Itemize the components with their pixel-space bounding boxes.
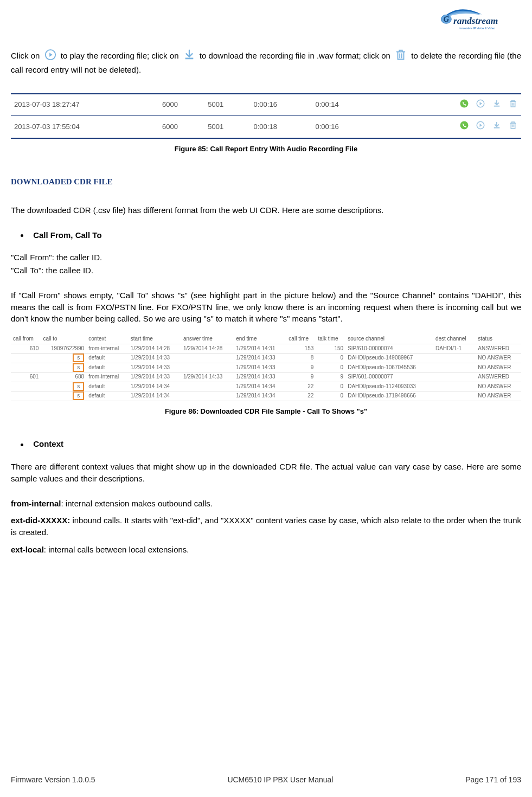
delete-icon[interactable] xyxy=(508,99,518,112)
csv-header: end time xyxy=(234,335,286,344)
csv-row: 601688from-internal1/29/2014 14:331/29/2… xyxy=(11,372,521,382)
figure-85-caption: Figure 85: Call Report Entry With Audio … xyxy=(11,144,521,155)
csv-header: status xyxy=(476,335,521,344)
csv-header: call from xyxy=(11,335,41,344)
bullet-dot-icon xyxy=(21,234,23,237)
csv-cell: 0 xyxy=(316,382,345,391)
csv-cell: DAHDI/pseudo-1067045536 xyxy=(345,363,433,372)
cell-from: 6000 xyxy=(159,94,204,116)
download-icon[interactable] xyxy=(492,99,502,112)
cell-dur1: 0:00:18 xyxy=(250,116,312,138)
context-intro: There are different context values that … xyxy=(11,461,521,485)
csv-cell: SIP/610-00000074 xyxy=(345,344,433,353)
csv-cell xyxy=(11,363,41,372)
download-icon[interactable] xyxy=(492,120,502,133)
csv-cell: s xyxy=(41,391,86,401)
csv-cell xyxy=(433,391,476,401)
csv-cell xyxy=(181,363,234,372)
csv-row: sdefault1/29/2014 14:341/29/2014 14:3422… xyxy=(11,391,521,401)
csv-cell: 1/29/2014 14:28 xyxy=(129,344,181,353)
csv-header: dest channel xyxy=(433,335,476,344)
csv-cell: 1/29/2014 14:34 xyxy=(129,382,181,391)
csv-cell: NO ANSWER xyxy=(476,363,521,372)
csv-cell: default xyxy=(86,391,129,401)
csv-cell xyxy=(433,382,476,391)
footer-center: UCM6510 IP PBX User Manual xyxy=(227,774,333,785)
csv-sample-table: call fromcall tocontextstart timeanswer … xyxy=(11,335,521,401)
csv-cell: DAHDI/pseudo-149089967 xyxy=(345,353,433,363)
csv-header: call time xyxy=(286,335,316,344)
csv-cell xyxy=(433,353,476,363)
ctx-line-2: ext-did-XXXXX: inbound calls. It starts … xyxy=(11,515,521,538)
csv-cell: 1/29/2014 14:34 xyxy=(129,391,181,401)
cdr-audio-table: 2013-07-03 18:27:47600050010:00:160:00:1… xyxy=(11,93,521,139)
csv-cell: NO ANSWER xyxy=(476,382,521,391)
csv-cell: s xyxy=(41,363,86,372)
csv-cell: ANSWERED xyxy=(476,372,521,382)
ctx1-key: from-internal xyxy=(11,499,61,508)
cell-dur2: 0:00:16 xyxy=(312,116,374,138)
intro-text-3: to download the recording file in .wav f… xyxy=(200,51,390,60)
csv-cell: 0 xyxy=(316,363,345,372)
csv-cell: 1/29/2014 14:28 xyxy=(181,344,234,353)
call-status-icon xyxy=(459,99,469,112)
ctx-line-1: from-internal: internal extension makes … xyxy=(11,498,521,510)
csv-cell: 1/29/2014 14:34 xyxy=(234,382,286,391)
csv-row: 61019097622990from-internal1/29/2014 14:… xyxy=(11,344,521,353)
csv-header: answer time xyxy=(181,335,234,344)
csv-cell: 9 xyxy=(286,363,316,372)
ctx2-val: inbound calls. It starts with "ext-did",… xyxy=(11,516,521,537)
csv-cell xyxy=(11,353,41,363)
play-circle-icon xyxy=(44,49,56,64)
delete-icon[interactable] xyxy=(508,120,518,133)
csv-cell: 688 xyxy=(41,372,86,382)
csv-cell: 19097622990 xyxy=(41,344,86,353)
csv-cell: 1/29/2014 14:33 xyxy=(129,372,181,382)
csv-cell: 601 xyxy=(11,372,41,382)
svg-point-6 xyxy=(460,99,469,107)
csv-header: source channel xyxy=(345,335,433,344)
csv-cell xyxy=(181,353,234,363)
csv-row: sdefault1/29/2014 14:331/29/2014 14:3380… xyxy=(11,353,521,363)
section-p1: The downloaded CDR (.csv file) has diffe… xyxy=(11,204,521,216)
csv-cell: DAHDI/1-1 xyxy=(433,344,476,353)
bullet1-label: Call From, Call To xyxy=(33,230,101,240)
csv-cell: 1/29/2014 14:33 xyxy=(234,363,286,372)
svg-rect-5 xyxy=(185,58,193,60)
svg-rect-8 xyxy=(494,105,500,106)
csv-cell: NO ANSWER xyxy=(476,391,521,401)
csv-cell: 1/29/2014 14:33 xyxy=(129,363,181,372)
cell-dur1: 0:00:16 xyxy=(250,94,312,116)
csv-cell: 150 xyxy=(316,344,345,353)
bullet-dot-icon xyxy=(21,444,23,446)
csv-cell: default xyxy=(86,353,129,363)
ctx3-val: : internal calls between local extension… xyxy=(44,545,189,554)
intro-text-1: Click on xyxy=(11,51,40,60)
csv-cell: 0 xyxy=(316,353,345,363)
csv-cell: 1/29/2014 14:33 xyxy=(234,372,286,382)
ctx1-val: : internal extension makes outbound call… xyxy=(61,499,213,508)
table-row: 2013-07-03 17:55:04600050010:00:180:00:1… xyxy=(11,116,521,138)
cell-to: 5001 xyxy=(204,116,250,138)
csv-cell: from-internal xyxy=(86,344,129,353)
cell-time: 2013-07-03 17:55:04 xyxy=(11,116,159,138)
cell-time: 2013-07-03 18:27:47 xyxy=(11,94,159,116)
csv-cell: DAHDI/pseudo-1124093033 xyxy=(345,382,433,391)
csv-cell: 1/29/2014 14:34 xyxy=(234,391,286,401)
call-status-icon xyxy=(459,120,469,133)
cell-to: 5001 xyxy=(204,94,250,116)
footer-right: Page 171 of 193 xyxy=(465,774,521,785)
csv-cell: SIP/601-00000077 xyxy=(345,372,433,382)
play-icon[interactable] xyxy=(476,120,485,133)
csv-cell: 1/29/2014 14:33 xyxy=(181,372,234,382)
csv-cell: ANSWERED xyxy=(476,344,521,353)
csv-row: sdefault1/29/2014 14:331/29/2014 14:3390… xyxy=(11,363,521,372)
play-icon[interactable] xyxy=(476,99,485,112)
csv-cell: 1/29/2014 14:31 xyxy=(234,344,286,353)
bullet-call-from-to: Call From, Call To xyxy=(21,229,521,241)
csv-cell: 153 xyxy=(286,344,316,353)
csv-cell: s xyxy=(41,353,86,363)
svg-text:randstream: randstream xyxy=(453,15,498,26)
csv-cell: NO ANSWER xyxy=(476,353,521,363)
csv-cell xyxy=(433,363,476,372)
